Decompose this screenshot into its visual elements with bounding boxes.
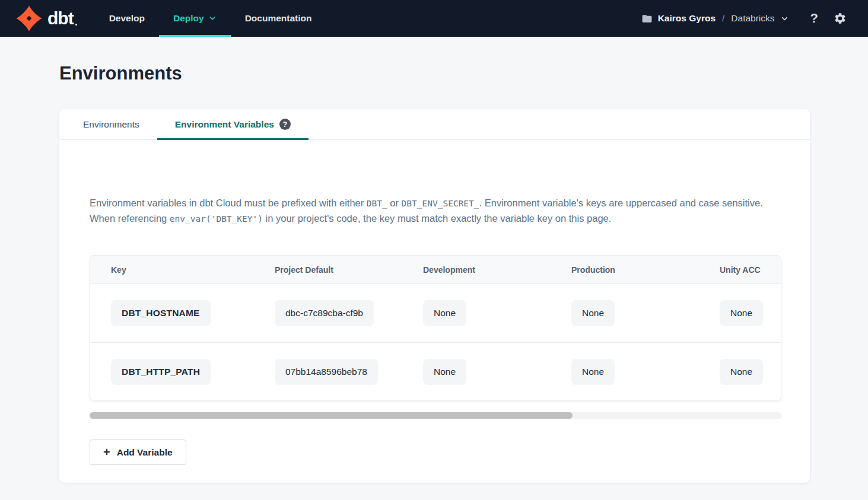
tab-bar: Environments Environment Variables ?	[59, 109, 810, 140]
column-header-key: Key	[90, 265, 257, 275]
nav-item-develop[interactable]: Develop	[95, 0, 159, 37]
code-env-var-example: env_var('DBT_KEY')	[170, 214, 263, 224]
nav-item-deploy[interactable]: Deploy	[159, 0, 231, 37]
tab-content: Environment variables in dbt Cloud must …	[59, 140, 810, 465]
production-cell[interactable]: None	[571, 359, 615, 385]
settings-gear-icon[interactable]	[834, 12, 847, 25]
column-header-production: Production	[554, 265, 702, 275]
help-icon[interactable]: ?	[810, 11, 818, 26]
horizontal-scrollbar-track[interactable]	[90, 412, 781, 419]
environments-card: Environments Environment Variables ? Env…	[59, 109, 810, 483]
column-header-unity-acc: Unity ACC	[702, 265, 781, 275]
dbt-logo-text: dbt	[47, 8, 77, 28]
column-header-development: Development	[405, 265, 554, 275]
unity-acc-cell[interactable]: None	[720, 300, 763, 326]
table-row: DBT_HTTP_PATH 07bb14a8596beb78 None None…	[90, 342, 781, 400]
folder-icon	[641, 13, 653, 24]
development-cell[interactable]: None	[423, 359, 466, 385]
environment-name: Databricks	[731, 13, 774, 24]
env-var-key-cell[interactable]: DBT_HTTP_PATH	[111, 359, 211, 385]
breadcrumb-separator: /	[721, 13, 726, 24]
tab-environments[interactable]: Environments	[65, 109, 157, 139]
nav-item-documentation[interactable]: Documentation	[231, 0, 326, 37]
column-header-project-default: Project Default	[257, 265, 405, 275]
development-cell[interactable]: None	[423, 300, 466, 326]
project-name: Kairos Gyros	[658, 13, 716, 24]
dbt-logo[interactable]: dbt	[15, 0, 77, 37]
horizontal-scrollbar-thumb[interactable]	[90, 412, 573, 419]
code-dbt-prefix: DBT_	[367, 199, 387, 208]
table-row: DBT_HOSTNAME dbc-c7c89cba-cf9b None None…	[90, 284, 781, 342]
unity-acc-cell[interactable]: None	[720, 359, 763, 385]
page-title: Environments	[59, 63, 868, 84]
plus-icon: +	[103, 446, 110, 458]
account-project-switcher[interactable]: Kairos Gyros / Databricks	[641, 13, 789, 24]
production-cell[interactable]: None	[571, 300, 615, 326]
env-vars-description: Environment variables in dbt Cloud must …	[90, 196, 781, 227]
table-header-row: Key Project Default Development Producti…	[90, 256, 781, 284]
chevron-down-icon	[208, 14, 217, 23]
add-variable-button[interactable]: + Add Variable	[90, 440, 186, 465]
tab-help-icon[interactable]: ?	[279, 119, 291, 130]
env-var-key-cell[interactable]: DBT_HOSTNAME	[111, 300, 211, 326]
dbt-logo-icon	[15, 5, 43, 32]
top-navbar: dbt Develop Deploy Documentation Kairos …	[0, 0, 868, 37]
tab-environment-variables[interactable]: Environment Variables ?	[157, 109, 309, 139]
chevron-down-icon	[780, 14, 789, 23]
env-variables-table: Key Project Default Development Producti…	[90, 255, 781, 401]
project-default-cell[interactable]: dbc-c7c89cba-cf9b	[275, 300, 374, 326]
project-default-cell[interactable]: 07bb14a8596beb78	[275, 359, 378, 385]
code-dbt-env-secret-prefix: DBT_ENV_SECRET_	[402, 199, 479, 208]
